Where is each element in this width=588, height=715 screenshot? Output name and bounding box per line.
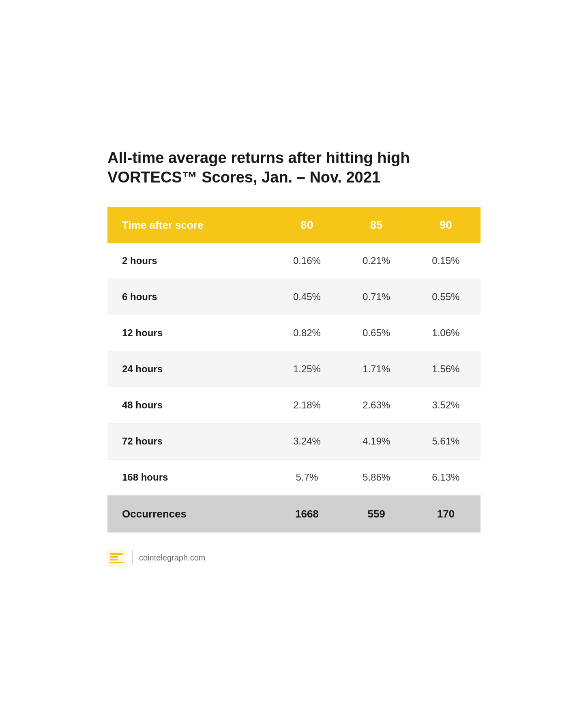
data-table: Time after score 80 85 90 2 hours0.16%0.…	[107, 207, 481, 532]
footer-v90: 170	[411, 496, 481, 533]
svg-rect-2	[110, 556, 118, 558]
row-v90: 6.13%	[411, 459, 481, 496]
table-row: 168 hours5.7%5.86%6.13%	[107, 459, 481, 496]
row-v85: 4.19%	[342, 423, 411, 459]
footer-v80: 1668	[272, 496, 341, 533]
row-v85: 0.65%	[342, 315, 411, 351]
row-label: 24 hours	[107, 351, 272, 387]
row-v85: 0.21%	[342, 243, 411, 279]
col-header-time: Time after score	[107, 207, 272, 243]
col-header-85: 85	[342, 207, 411, 243]
row-label: 168 hours	[107, 459, 272, 496]
col-header-90: 90	[411, 207, 481, 243]
svg-rect-1	[110, 553, 123, 555]
footer-site: cointelegraph.com	[139, 553, 205, 563]
row-v80: 3.24%	[272, 423, 341, 459]
table-row: 48 hours2.18%2.63%3.52%	[107, 387, 481, 423]
row-v90: 3.52%	[411, 387, 481, 423]
row-label: 2 hours	[107, 243, 272, 279]
row-v80: 0.16%	[272, 243, 341, 279]
row-label: 6 hours	[107, 279, 272, 315]
col-header-80: 80	[272, 207, 341, 243]
table-row: 6 hours0.45%0.71%0.55%	[107, 279, 481, 315]
row-v90: 0.15%	[411, 243, 481, 279]
row-v85: 0.71%	[342, 279, 411, 315]
row-v90: 1.56%	[411, 351, 481, 387]
footer-label: Occurrences	[107, 496, 272, 533]
row-v80: 0.45%	[272, 279, 341, 315]
svg-rect-3	[110, 559, 118, 560]
table-row: 24 hours1.25%1.71%1.56%	[107, 351, 481, 387]
row-v80: 5.7%	[272, 459, 341, 496]
page-footer: cointelegraph.com	[107, 549, 481, 567]
svg-rect-4	[110, 562, 123, 563]
row-v90: 0.55%	[411, 279, 481, 315]
row-v80: 2.18%	[272, 387, 341, 423]
table-row: 2 hours0.16%0.21%0.15%	[107, 243, 481, 279]
footer-divider	[132, 550, 133, 565]
row-v85: 2.63%	[342, 387, 411, 423]
row-label: 12 hours	[107, 315, 272, 351]
row-v80: 0.82%	[272, 315, 341, 351]
row-v90: 1.06%	[411, 315, 481, 351]
page-container: All-time average returns after hitting h…	[91, 124, 497, 591]
row-label: 72 hours	[107, 423, 272, 459]
row-v90: 5.61%	[411, 423, 481, 459]
row-v85: 1.71%	[342, 351, 411, 387]
page-title: All-time average returns after hitting h…	[107, 148, 481, 187]
row-label: 48 hours	[107, 387, 272, 423]
table-header-row: Time after score 80 85 90	[107, 207, 481, 243]
footer-v85: 559	[342, 496, 411, 533]
cointelegraph-logo-icon	[107, 549, 125, 567]
table-row: 12 hours0.82%0.65%1.06%	[107, 315, 481, 351]
table-row: 72 hours3.24%4.19%5.61%	[107, 423, 481, 459]
table-footer-row: Occurrences 1668 559 170	[107, 496, 481, 533]
row-v85: 5.86%	[342, 459, 411, 496]
row-v80: 1.25%	[272, 351, 341, 387]
